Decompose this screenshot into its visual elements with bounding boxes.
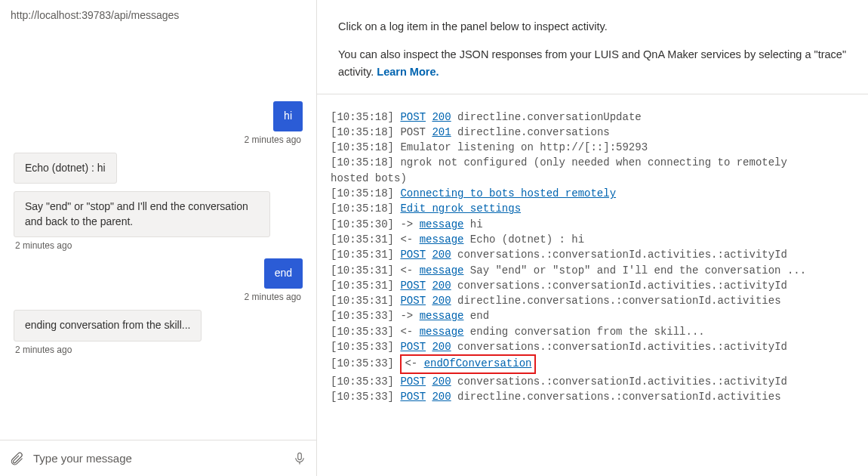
log-line[interactable]: [10:35:18] POST 201 directline.conversat… xyxy=(331,125,854,140)
log-link[interactable]: Connecting to bots hosted remotely xyxy=(400,187,616,199)
log-line[interactable]: [10:35:33] <- message ending conversatio… xyxy=(331,324,854,339)
user-message-bubble[interactable]: end xyxy=(264,258,303,289)
chat-transcript[interactable]: hi 2 minutes ago Echo (dotnet) : hi Say … xyxy=(0,27,316,440)
log-link[interactable]: POST xyxy=(400,341,426,353)
chat-row-bot: ending conversation from the skill... 2 … xyxy=(14,310,303,355)
log-line[interactable]: [10:35:33] POST 200 conversations.:conve… xyxy=(331,339,854,354)
log-timestamp: [10:35:31] xyxy=(331,233,394,246)
chat-row-user: end 2 minutes ago xyxy=(14,258,303,302)
log-timestamp: [10:35:33] xyxy=(331,341,394,353)
log-link[interactable]: 200 xyxy=(432,249,451,261)
log-line[interactable]: [10:35:33] POST 200 directline.conversat… xyxy=(331,389,854,404)
bot-message-bubble[interactable]: Echo (dotnet) : hi xyxy=(14,153,117,184)
log-line[interactable]: [10:35:31] <- message Echo (dotnet) : hi xyxy=(331,232,854,247)
log-text: conversations.:conversationId.activities… xyxy=(451,376,787,388)
log-link[interactable]: Edit ngrok settings xyxy=(400,202,521,215)
log-link[interactable]: POST xyxy=(400,376,426,388)
log-link[interactable]: 200 xyxy=(432,341,451,353)
log-timestamp: [10:35:33] xyxy=(331,357,394,369)
microphone-icon[interactable] xyxy=(291,450,309,468)
log-timestamp: [10:35:30] xyxy=(331,218,394,230)
attachment-icon[interactable] xyxy=(8,450,26,468)
inspector-panel: Click on a log item in the panel below t… xyxy=(317,0,868,476)
log-text: ngrok not configured (only needed when c… xyxy=(394,156,787,168)
log-link[interactable]: endOfConversation xyxy=(424,357,532,369)
log-link[interactable]: message xyxy=(420,233,464,246)
log-link[interactable]: POST xyxy=(400,111,426,123)
log-line[interactable]: [10:35:31] POST 200 directline.conversat… xyxy=(331,293,854,308)
chat-row-bot: Echo (dotnet) : hi xyxy=(14,153,303,184)
log-text: end xyxy=(463,310,489,322)
log-link[interactable]: 201 xyxy=(432,126,451,138)
log-timestamp: [10:35:33] xyxy=(331,391,394,403)
log-timestamp: [10:35:33] xyxy=(331,310,394,322)
log-link[interactable]: POST xyxy=(400,249,426,261)
log-text: directline.conversationUpdate xyxy=(451,111,642,123)
log-link[interactable]: 200 xyxy=(432,111,451,123)
instructions-line-1: Click on a log item in the panel below t… xyxy=(338,18,847,36)
log-text: POST xyxy=(394,126,432,138)
log-link[interactable]: message xyxy=(420,310,464,322)
log-text: conversations.:conversationId.activities… xyxy=(451,341,787,353)
log-timestamp: [10:35:18] xyxy=(331,111,394,123)
log-timestamp: [10:35:18] xyxy=(331,156,394,168)
chat-panel: http://localhost:39783/api/messages hi 2… xyxy=(0,0,317,476)
activity-log[interactable]: [10:35:18] POST 200 directline.conversat… xyxy=(317,94,868,476)
message-input[interactable] xyxy=(33,452,283,465)
log-line[interactable]: [10:35:33] -> message end xyxy=(331,308,854,323)
message-composer xyxy=(0,440,316,476)
log-line[interactable]: [10:35:18] POST 200 directline.conversat… xyxy=(331,110,854,125)
log-line[interactable]: [10:35:31] POST 200 conversations.:conve… xyxy=(331,278,854,293)
log-line[interactable]: [10:35:31] POST 200 conversations.:conve… xyxy=(331,247,854,262)
log-text: <- xyxy=(405,357,423,369)
log-link[interactable]: 200 xyxy=(432,376,451,388)
message-timestamp: 2 minutes ago xyxy=(243,292,303,302)
log-timestamp: [10:35:18] xyxy=(331,202,394,215)
chat-row-user: hi 2 minutes ago xyxy=(14,101,303,145)
instructions-line-2: You can also inspect the JSON responses … xyxy=(338,46,847,81)
log-line[interactable]: [10:35:18] Connecting to bots hosted rem… xyxy=(331,186,854,201)
log-text: Say "end" or "stop" and I'll end the con… xyxy=(463,264,806,277)
log-link[interactable]: 200 xyxy=(432,391,451,403)
log-line[interactable]: [10:35:30] -> message hi xyxy=(331,217,854,232)
log-line[interactable]: [10:35:31] <- message Say "end" or "stop… xyxy=(331,263,854,278)
log-text: <- xyxy=(394,326,420,338)
log-link[interactable]: POST xyxy=(400,280,426,292)
log-line[interactable]: [10:35:18] Emulator listening on http://… xyxy=(331,140,854,155)
log-text: hi xyxy=(463,218,482,230)
log-line[interactable]: [10:35:33] POST 200 conversations.:conve… xyxy=(331,374,854,389)
log-text: conversations.:conversationId.activities… xyxy=(451,280,787,292)
message-timestamp: 2 minutes ago xyxy=(243,134,303,145)
log-text: -> xyxy=(394,218,420,230)
log-text: <- xyxy=(394,264,420,277)
log-link[interactable]: message xyxy=(420,326,464,338)
log-timestamp: [10:35:18] xyxy=(331,141,394,153)
log-line[interactable]: [10:35:33] <- endOfConversation xyxy=(331,354,854,373)
learn-more-link[interactable]: Learn More. xyxy=(377,66,439,78)
log-text: -> xyxy=(394,310,420,322)
log-link[interactable]: message xyxy=(420,264,464,277)
log-timestamp: [10:35:31] xyxy=(331,280,394,292)
log-line[interactable]: [10:35:18] Edit ngrok settings xyxy=(331,201,854,216)
log-text: directline.conversations xyxy=(451,126,610,138)
svg-rect-0 xyxy=(298,453,302,459)
bot-message-bubble[interactable]: Say "end" or "stop" and I'll end the con… xyxy=(14,191,270,237)
log-link[interactable]: 200 xyxy=(432,280,451,292)
log-link[interactable]: message xyxy=(420,218,464,230)
bot-message-bubble[interactable]: ending conversation from the skill... xyxy=(14,310,202,342)
log-link[interactable]: 200 xyxy=(432,295,451,307)
log-line-continuation[interactable]: hosted bots) xyxy=(331,171,854,186)
highlighted-log-segment: <- endOfConversation xyxy=(400,354,536,373)
log-link[interactable]: POST xyxy=(400,295,426,307)
endpoint-address: http://localhost:39783/api/messages xyxy=(0,0,316,27)
log-text: Emulator listening on http://[::]:59293 xyxy=(394,141,648,153)
log-text: <- xyxy=(394,233,420,246)
user-message-bubble[interactable]: hi xyxy=(273,101,303,131)
log-line[interactable]: [10:35:18] ngrok not configured (only ne… xyxy=(331,155,854,170)
log-timestamp: [10:35:31] xyxy=(331,295,394,307)
log-text: Echo (dotnet) : hi xyxy=(463,233,584,246)
log-timestamp: [10:35:18] xyxy=(331,187,394,199)
log-text: ending conversation from the skill... xyxy=(463,326,704,338)
log-link[interactable]: POST xyxy=(400,391,426,403)
log-timestamp: [10:35:33] xyxy=(331,326,394,338)
